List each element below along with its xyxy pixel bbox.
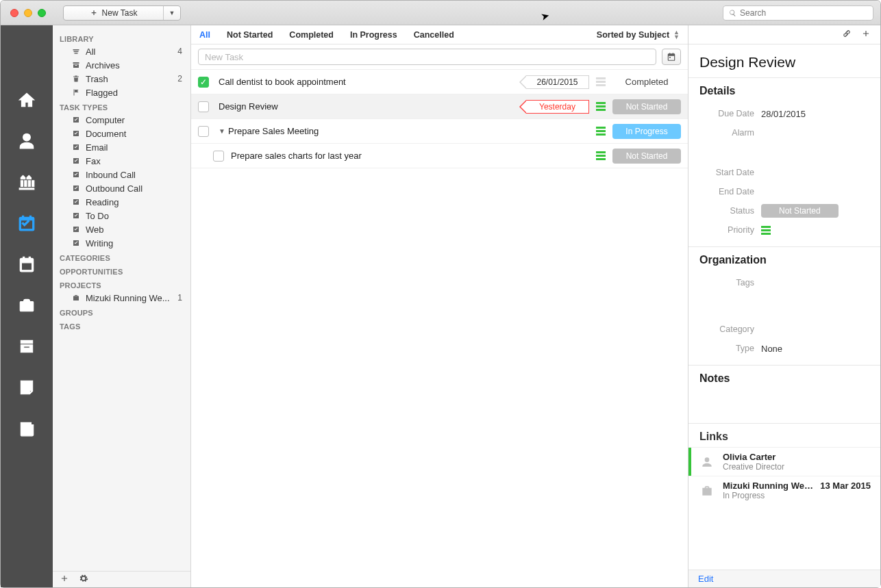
sidebar-tasktype-computer[interactable]: Computer	[53, 113, 190, 127]
nav-rail	[1, 25, 53, 587]
sidebar-tasktype-reading[interactable]: Reading	[53, 195, 190, 209]
check-icon	[71, 143, 82, 151]
detail-due-date: 28/01/2015	[761, 109, 806, 119]
gear-icon[interactable]	[79, 574, 88, 585]
sidebar-tasktype-todo[interactable]: To Do	[53, 209, 190, 222]
link-color-stripe	[688, 448, 691, 476]
detail-section-links: Links Olivia Carter Creative Director Mi…	[688, 423, 880, 504]
detail-pane: Design Review Details Due Date28/01/2015…	[688, 25, 880, 587]
sidebar-item-all[interactable]: All 4	[53, 44, 190, 58]
task-checkbox[interactable]: ✓	[198, 77, 209, 88]
zoom-window-button[interactable]	[38, 9, 46, 17]
new-task-button[interactable]: ＋ New Task	[64, 6, 163, 20]
search-input[interactable]	[740, 8, 867, 18]
trash-icon	[71, 75, 82, 83]
task-row[interactable]: Design Review Yesterday Not Started	[191, 94, 688, 119]
briefcase-icon	[698, 482, 716, 500]
sidebar-section-library: LIBRARY	[53, 31, 190, 44]
filter-tab-cancelled[interactable]: Cancelled	[414, 30, 454, 40]
minimize-window-button[interactable]	[24, 9, 32, 17]
task-checkbox[interactable]	[198, 126, 209, 137]
searchbox[interactable]	[723, 5, 873, 21]
new-task-dropdown-button[interactable]: ▼	[163, 6, 180, 20]
sidebar-tasktype-email[interactable]: Email	[53, 140, 190, 154]
sidebar-section-groups: GROUPS	[53, 305, 190, 318]
link-row-project[interactable]: Mizuki Running Webs... 13 Mar 2015 In Pr…	[688, 476, 880, 504]
task-pane: All Not Started Completed In Progress Ca…	[191, 25, 688, 587]
priority-icon	[596, 102, 606, 111]
check-icon	[71, 157, 82, 165]
rail-organizations[interactable]	[10, 169, 43, 195]
task-checkbox[interactable]	[198, 101, 209, 112]
sidebar-item-flagged[interactable]: Flagged	[53, 86, 190, 99]
check-icon	[71, 225, 82, 233]
sidebar-tasktype-inbound-call[interactable]: Inbound Call	[53, 168, 190, 181]
rail-home[interactable]	[10, 87, 43, 113]
sidebar-tasktype-fax[interactable]: Fax	[53, 154, 190, 168]
rail-calendar[interactable]	[10, 251, 43, 277]
rail-tasks[interactable]	[10, 210, 43, 236]
person-icon	[698, 453, 716, 471]
check-icon	[71, 170, 82, 179]
priority-icon	[596, 151, 606, 160]
window-controls	[8, 9, 46, 17]
detail-section-organization: Organization Tags Category TypeNone	[688, 246, 880, 365]
sidebar-tasktype-writing[interactable]: Writing	[53, 236, 190, 250]
sidebar-section-categories: CATEGORIES	[53, 250, 190, 264]
check-icon	[71, 116, 82, 124]
sidebar-tasktype-outbound-call[interactable]: Outbound Call	[53, 181, 190, 195]
edit-button[interactable]: Edit	[698, 574, 713, 584]
stack-icon	[71, 47, 82, 55]
sidebar-item-archives[interactable]: Archives	[53, 58, 190, 72]
link-row-person[interactable]: Olivia Carter Creative Director	[688, 447, 880, 476]
mouse-cursor-icon: ➤	[539, 9, 551, 23]
detail-section-details: Details Due Date28/01/2015 Alarm Start D…	[688, 77, 880, 246]
sidebar-section-projects: PROJECTS	[53, 277, 190, 291]
detail-toolbar	[688, 25, 880, 44]
task-status: Not Started	[612, 149, 681, 164]
task-row[interactable]: ▼ Prepare Sales Meeting In Progress	[191, 119, 688, 144]
rail-contacts[interactable]	[10, 128, 43, 154]
filter-tab-in-progress[interactable]: In Progress	[350, 30, 397, 40]
task-checkbox[interactable]	[213, 151, 224, 162]
sidebar-section-tags: TAGS	[53, 318, 190, 332]
close-window-button[interactable]	[10, 9, 18, 17]
plus-icon[interactable]	[861, 29, 871, 40]
sidebar: LIBRARY All 4 Archives Trash 2 Fl	[53, 25, 191, 587]
sidebar-section-opportunities: OPPORTUNITIES	[53, 264, 190, 277]
task-row[interactable]: Prepare sales charts for last year Not S…	[191, 144, 688, 168]
disclosure-triangle-icon[interactable]: ▼	[219, 127, 225, 135]
quick-add-row	[191, 44, 688, 70]
quick-add-input[interactable]	[198, 49, 656, 65]
new-task-label: New Task	[102, 8, 138, 18]
task-date-flag: Yesterday	[526, 100, 589, 114]
add-icon[interactable]	[60, 574, 69, 585]
detail-status-pill: Not Started	[761, 204, 839, 218]
link-icon[interactable]	[842, 29, 852, 40]
calendar-button[interactable]	[662, 49, 681, 65]
filter-tab-all[interactable]: All	[199, 30, 210, 40]
priority-icon	[596, 77, 606, 86]
filter-tab-not-started[interactable]: Not Started	[227, 30, 273, 40]
calendar-icon	[667, 52, 676, 62]
detail-title: Design Review	[688, 44, 880, 77]
rail-news[interactable]	[10, 416, 43, 442]
task-list: ✓ Call dentist to book appointment 26/01…	[191, 70, 688, 587]
briefcase-icon	[71, 294, 82, 302]
filter-tab-completed[interactable]: Completed	[289, 30, 334, 40]
sidebar-section-task-types: TASK TYPES	[53, 99, 190, 113]
check-icon	[71, 129, 82, 138]
detail-footer: Edit	[688, 570, 880, 587]
sidebar-tasktype-document[interactable]: Document	[53, 127, 190, 140]
sidebar-item-trash[interactable]: Trash 2	[53, 72, 190, 86]
rail-notes[interactable]	[10, 374, 43, 400]
sidebar-footer	[53, 571, 190, 587]
priority-icon	[596, 127, 606, 136]
sort-control[interactable]: Sorted by Subject ▲▼	[597, 30, 680, 40]
rail-opportunities[interactable]	[10, 333, 43, 359]
sidebar-tasktype-web[interactable]: Web	[53, 222, 190, 236]
sidebar-project-mizuki[interactable]: Mizuki Running We... 1	[53, 291, 190, 305]
task-row[interactable]: ✓ Call dentist to book appointment 26/01…	[191, 70, 688, 94]
rail-projects[interactable]	[10, 292, 43, 318]
task-status: In Progress	[612, 124, 681, 139]
